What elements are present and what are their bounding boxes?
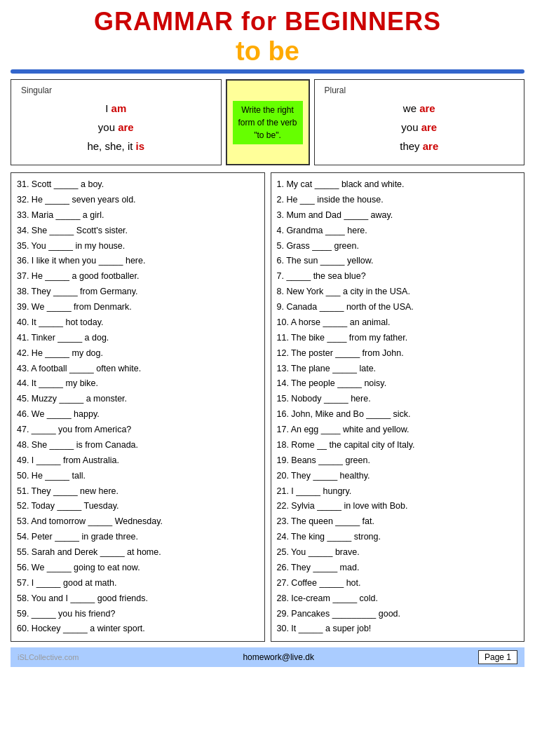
list-item: 54. Peter _____ in grade three. <box>17 530 259 545</box>
plural-line-2: you are <box>325 121 515 133</box>
page-number: Page 1 <box>478 650 517 664</box>
list-item: 55. Sarah and Derek _____ at home. <box>17 545 259 561</box>
list-item: 11. The bike ____ from my father. <box>277 331 519 346</box>
list-item: 13. The plane _____ late. <box>277 362 519 377</box>
singular-line-1: I am <box>21 102 211 114</box>
list-item: 60. Hockey _____ a winter sport. <box>17 621 259 637</box>
list-item: 8. New York ___ a city in the USA. <box>277 284 519 300</box>
list-item: 22. Sylvia _____ in love with Bob. <box>277 499 519 514</box>
list-item: 16. John, Mike and Bo _____ sick. <box>277 407 519 422</box>
list-item: 41. Tinker _____ a dog. <box>17 331 259 346</box>
list-item: 27. Coffee _____ hot. <box>277 576 519 591</box>
list-item: 19. Beans _____ green. <box>277 453 519 469</box>
list-item: 46. We _____ happy. <box>17 407 259 422</box>
list-item: 56. We _____ going to eat now. <box>17 561 259 576</box>
sub-title: to be <box>236 36 299 67</box>
list-item: 57. I _____ good at math. <box>17 576 259 591</box>
list-item: 2. He ___ inside the house. <box>277 193 519 208</box>
list-item: 7. _____ the sea blue? <box>277 269 519 284</box>
main-title: GRAMMAR for BEGINNERS <box>11 7 524 36</box>
list-item: 34. She _____ Scott's sister. <box>17 224 259 239</box>
list-item: 23. The queen _____ fat. <box>277 514 519 530</box>
list-item: 33. Maria _____ a girl. <box>17 208 259 224</box>
list-item: 18. Rome __ the capital city of Italy. <box>277 438 519 453</box>
list-item: 48. She _____ is from Canada. <box>17 438 259 453</box>
plural-box: Plural we are you are they are <box>314 79 525 165</box>
plural-line-1: we are <box>325 102 515 114</box>
instruction-box: Write the right form of the verb "to be"… <box>226 79 310 165</box>
exercises-area: 31. Scott _____ a boy.32. He _____ seven… <box>11 172 524 642</box>
footer-email: homework@live.dk <box>79 652 478 662</box>
list-item: 45. Muzzy _____ a monster. <box>17 392 259 407</box>
singular-title: Singular <box>21 85 211 95</box>
list-item: 6. The sun _____ yellow. <box>277 254 519 269</box>
list-item: 49. I _____ from Australia. <box>17 453 259 469</box>
list-item: 25. You _____ brave. <box>277 545 519 561</box>
left-exercises: 31. Scott _____ a boy.32. He _____ seven… <box>11 172 265 642</box>
list-item: 53. And tomorrow _____ Wednesday. <box>17 514 259 530</box>
list-item: 36. I like it when you _____ here. <box>17 254 259 269</box>
list-item: 37. He _____ a good footballer. <box>17 269 259 284</box>
header: GRAMMAR for BEGINNERS to be <box>11 7 524 74</box>
list-item: 4. Grandma ____ here. <box>277 224 519 239</box>
list-item: 58. You and I _____ good friends. <box>17 591 259 607</box>
list-item: 3. Mum and Dad _____ away. <box>277 208 519 224</box>
list-item: 59. _____ you his friend? <box>17 607 259 622</box>
list-item: 38. They _____ from Germany. <box>17 284 259 300</box>
instruction-text: Write the right form of the verb "to be"… <box>233 101 303 144</box>
list-item: 51. They _____ new here. <box>17 484 259 500</box>
list-item: 29. Pancakes _________ good. <box>277 607 519 622</box>
list-item: 21. I _____ hungry. <box>277 484 519 500</box>
singular-box: Singular I am you are he, she, it is <box>11 79 222 165</box>
list-item: 39. We _____ from Denmark. <box>17 300 259 315</box>
right-exercises: 1. My cat _____ black and white.2. He __… <box>271 172 525 642</box>
list-item: 28. Ice-cream _____ cold. <box>277 591 519 607</box>
list-item: 10. A horse _____ an animal. <box>277 315 519 331</box>
list-item: 47. _____ you from America? <box>17 422 259 438</box>
conjugation-area: Singular I am you are he, she, it is Wri… <box>11 79 524 165</box>
list-item: 26. They _____ mad. <box>277 561 519 576</box>
list-item: 40. It _____ hot today. <box>17 315 259 331</box>
list-item: 43. A football _____ often white. <box>17 362 259 377</box>
watermark: iSLCollective.com <box>18 653 79 661</box>
list-item: 15. Nobody _____ here. <box>277 392 519 407</box>
list-item: 31. Scott _____ a boy. <box>17 177 259 193</box>
list-item: 30. It _____ a super job! <box>277 621 519 637</box>
list-item: 35. You _____ in my house. <box>17 239 259 254</box>
plural-title: Plural <box>325 85 515 95</box>
list-item: 52. Today _____ Tuesday. <box>17 499 259 514</box>
list-item: 32. He _____ seven years old. <box>17 193 259 208</box>
list-item: 42. He _____ my dog. <box>17 346 259 362</box>
list-item: 9. Canada _____ north of the USA. <box>277 300 519 315</box>
list-item: 14. The people _____ noisy. <box>277 376 519 392</box>
singular-line-2: you are <box>21 121 211 133</box>
list-item: 50. He _____ tall. <box>17 469 259 484</box>
list-item: 1. My cat _____ black and white. <box>277 177 519 193</box>
list-item: 44. It _____ my bike. <box>17 376 259 392</box>
footer: iSLCollective.com homework@live.dk Page … <box>11 647 524 667</box>
list-item: 17. An egg ____ white and yellow. <box>277 422 519 438</box>
list-item: 24. The king _____ strong. <box>277 530 519 545</box>
list-item: 12. The poster _____ from John. <box>277 346 519 362</box>
list-item: 5. Grass ____ green. <box>277 239 519 254</box>
plural-line-3: they are <box>325 140 515 152</box>
blue-divider <box>11 69 524 74</box>
singular-line-3: he, she, it is <box>21 140 211 152</box>
list-item: 20. They _____ healthy. <box>277 469 519 484</box>
